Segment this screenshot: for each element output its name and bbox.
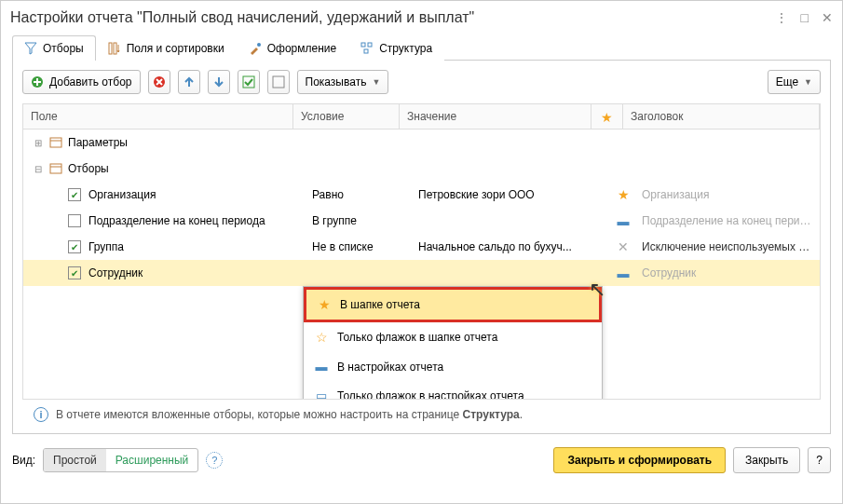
tab-label: Поля и сортировки bbox=[127, 42, 224, 55]
chevron-down-icon: ▼ bbox=[372, 77, 380, 87]
parameters-icon bbox=[49, 136, 62, 149]
move-down-button[interactable] bbox=[208, 70, 230, 94]
svg-rect-1 bbox=[114, 43, 116, 54]
apply-close-button[interactable]: Закрыть и сформировать bbox=[553, 447, 726, 473]
tab-bar: Отборы Поля и сортировки Оформление Стру… bbox=[12, 34, 831, 61]
svg-rect-3 bbox=[361, 43, 365, 47]
content-frame: Добавить отбор Показывать ▼ bbox=[12, 61, 831, 434]
close-icon[interactable]: ✕ bbox=[822, 10, 833, 25]
star-flag-icon: ☆ bbox=[315, 330, 328, 345]
dropdown-item-header[interactable]: ★ В шапке отчета bbox=[304, 287, 602, 322]
table-row[interactable]: Сотрудник ▬ Сотрудник bbox=[23, 260, 820, 286]
cell-title: Исключение неиспользуемых д... bbox=[642, 240, 820, 253]
add-filter-button[interactable]: Добавить отбор bbox=[22, 70, 141, 94]
cell-field: Подразделение на конец периода bbox=[88, 214, 312, 227]
view-simple[interactable]: Простой bbox=[44, 449, 106, 471]
svg-rect-11 bbox=[50, 164, 61, 173]
window-title: Настройки отчета "Полный свод начислений… bbox=[10, 9, 775, 26]
view-extended[interactable]: Расширенный bbox=[106, 449, 198, 471]
node-label: Параметры bbox=[68, 136, 128, 149]
cell-condition: Равно bbox=[312, 188, 418, 201]
cell-field: Группа bbox=[88, 240, 312, 253]
dash-flag-icon: ▭ bbox=[315, 388, 328, 400]
svg-rect-5 bbox=[364, 49, 368, 53]
maximize-icon[interactable]: □ bbox=[801, 10, 809, 25]
col-header-field[interactable]: Поле bbox=[23, 104, 293, 129]
info-text-bold: Структура bbox=[463, 408, 520, 421]
info-text-post: . bbox=[520, 408, 523, 421]
cell-condition: В группе bbox=[312, 214, 418, 227]
columns-icon bbox=[108, 42, 121, 55]
tree-node-filters[interactable]: ⊟ Отборы bbox=[23, 156, 820, 182]
cell-title: Организация bbox=[642, 188, 820, 201]
funnel-icon bbox=[24, 42, 37, 55]
dropdown-item-settings-flag[interactable]: ▭ Только флажок в настройках отчета bbox=[304, 381, 602, 400]
col-header-condition[interactable]: Условие bbox=[293, 104, 400, 129]
dropdown-item-settings[interactable]: ▬ В настройках отчета bbox=[304, 352, 602, 381]
tab-filters[interactable]: Отборы bbox=[12, 35, 96, 61]
help-footer-button[interactable]: ? bbox=[808, 447, 831, 473]
col-header-title[interactable]: Заголовок bbox=[623, 104, 820, 129]
dropdown-item-header-flag[interactable]: ☆ Только флажок в шапке отчета bbox=[304, 322, 602, 352]
close-button[interactable]: Закрыть bbox=[733, 447, 800, 473]
move-up-button[interactable] bbox=[178, 70, 200, 94]
svg-point-2 bbox=[257, 43, 261, 47]
row-checkbox[interactable] bbox=[68, 214, 81, 227]
view-toggle: Простой Расширенный bbox=[43, 448, 198, 472]
show-dropdown-button[interactable]: Показывать ▼ bbox=[297, 70, 389, 94]
row-checkbox[interactable] bbox=[68, 240, 81, 253]
check-all-button[interactable] bbox=[238, 70, 260, 94]
footer: Вид: Простой Расширенный ? Закрыть и сфо… bbox=[1, 442, 842, 483]
table-header: Поле Условие Значение ★ Заголовок bbox=[22, 103, 821, 129]
delete-button[interactable] bbox=[148, 70, 170, 94]
filters-icon bbox=[49, 162, 62, 175]
expand-icon[interactable]: ⊞ bbox=[33, 138, 44, 148]
table-row[interactable]: Подразделение на конец периода В группе … bbox=[23, 208, 820, 234]
node-label: Отборы bbox=[68, 162, 109, 175]
tab-fields-sort[interactable]: Поля и сортировки bbox=[96, 35, 237, 61]
table-row[interactable]: Организация Равно Петровские зори ООО ★ … bbox=[23, 182, 820, 208]
dropdown-label: Только флажок в шапке отчета bbox=[337, 331, 497, 344]
cell-title: Подразделение на конец периода bbox=[642, 214, 820, 227]
cell-value: Петровские зори ООО bbox=[418, 188, 610, 201]
tab-label: Структура bbox=[379, 42, 432, 55]
chevron-down-icon: ▼ bbox=[804, 77, 812, 87]
dropdown-label: В настройках отчета bbox=[337, 361, 443, 374]
info-text-pre: В отчете имеются вложенные отборы, котор… bbox=[56, 408, 463, 421]
cell-dash-icon[interactable]: ▬ bbox=[610, 266, 642, 280]
arrow-up-icon bbox=[183, 75, 196, 89]
dropdown-label: Только флажок в настройках отчета bbox=[337, 389, 524, 401]
col-header-value[interactable]: Значение bbox=[400, 104, 591, 129]
svg-rect-0 bbox=[109, 43, 112, 54]
cell-title: Сотрудник bbox=[642, 266, 820, 279]
tab-label: Отборы bbox=[43, 42, 84, 55]
filter-tree: ⊞ Параметры ⊟ Отборы Организация Равно П… bbox=[22, 129, 821, 400]
uncheck-all-icon bbox=[272, 75, 285, 89]
tab-appearance[interactable]: Оформление bbox=[237, 35, 348, 61]
kebab-icon[interactable]: ⋮ bbox=[775, 10, 788, 25]
table-row[interactable]: Группа Не в списке Начальное сальдо по б… bbox=[23, 234, 820, 260]
row-checkbox[interactable] bbox=[68, 188, 81, 201]
toolbar: Добавить отбор Показывать ▼ bbox=[22, 70, 821, 94]
tab-label: Оформление bbox=[267, 42, 336, 55]
cell-x-icon[interactable]: ✕ bbox=[610, 239, 642, 254]
tree-node-parameters[interactable]: ⊞ Параметры bbox=[23, 129, 820, 156]
more-button[interactable]: Еще ▼ bbox=[768, 70, 821, 94]
tab-structure[interactable]: Структура bbox=[348, 35, 444, 61]
help-button[interactable]: ? bbox=[206, 452, 223, 469]
collapse-icon[interactable]: ⊟ bbox=[33, 164, 44, 174]
brush-icon bbox=[249, 42, 262, 55]
structure-icon bbox=[360, 42, 374, 55]
dropdown-label: В шапке отчета bbox=[340, 298, 420, 311]
button-label: Показывать bbox=[306, 75, 367, 89]
info-text: В отчете имеются вложенные отборы, котор… bbox=[56, 408, 523, 421]
uncheck-all-button[interactable] bbox=[267, 70, 290, 94]
row-checkbox[interactable] bbox=[68, 266, 81, 279]
cell-dash-icon[interactable]: ▬ bbox=[610, 214, 642, 228]
cell-star-icon[interactable]: ★ bbox=[610, 187, 642, 202]
button-label: Еще bbox=[776, 75, 798, 89]
svg-rect-10 bbox=[50, 138, 61, 147]
plus-circle-icon bbox=[31, 75, 44, 89]
cell-value: Начальное сальдо по бухуч... bbox=[418, 240, 610, 253]
col-header-star[interactable]: ★ bbox=[591, 104, 623, 129]
